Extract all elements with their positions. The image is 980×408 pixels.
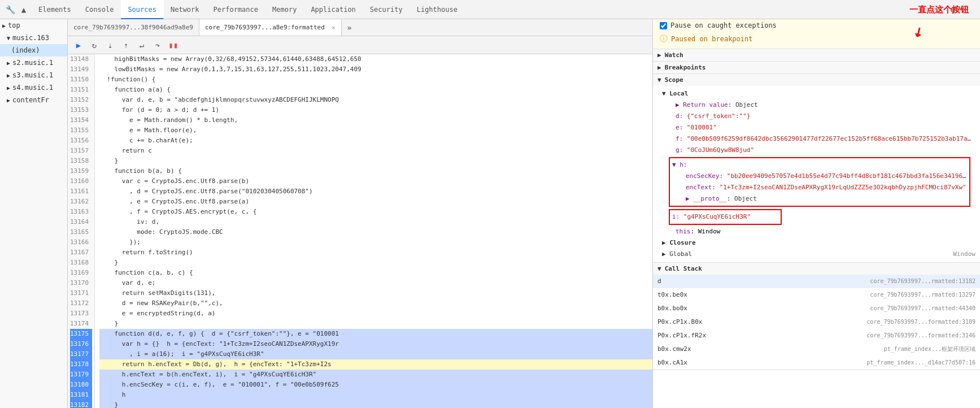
global-header[interactable]: ▶ Global Window [662,249,975,260]
sidebar-item-s4[interactable]: ▶ s4.music.1 [0,81,67,94]
line-number[interactable]: 13176 [70,339,92,349]
resume-button[interactable]: ▶ [72,39,85,51]
tab-memory[interactable]: Memory [265,0,304,19]
line-number[interactable]: 13162 [70,197,92,207]
line-number[interactable]: 13161 [70,186,92,197]
code-line: e = Math.floor(e), [99,125,652,136]
closure-header[interactable]: ▶ Closure [662,237,975,249]
line-number[interactable]: 13157 [70,146,92,156]
inspect-icon[interactable]: 🔧 [5,4,16,15]
source-tab-raw[interactable]: core_79b7693997...38f9046ad9a8e9 [68,19,199,36]
sidebar-label-index: (index) [11,46,40,54]
sidebar-item-index[interactable]: (index) [0,44,67,57]
arrow-icon: ▼ [7,35,10,41]
more-options-icon[interactable]: ⋮ [962,4,973,15]
settings-icon[interactable]: ⚙ [947,4,959,15]
line-number[interactable]: 13154 [70,115,92,125]
tab-elements[interactable]: Elements [32,0,79,19]
pause-on-exceptions-checkbox[interactable] [660,22,667,29]
line-number[interactable]: 13180 [70,380,92,390]
line-number[interactable]: 13182 [70,400,92,408]
tab-sources[interactable]: Sources [121,0,164,19]
scope-h-proto[interactable]: ▶ __proto__: Object [679,193,967,205]
line-number[interactable]: 13159 [70,166,92,176]
line-number[interactable]: 13173 [70,309,92,319]
callstack-item[interactable]: P0x.cP1x.fR2xcore_79b7693997...formatted… [653,329,980,342]
code-line: , e = CryptoJS.enc.Utf8.parse(a) [99,197,652,207]
line-number[interactable]: 13175 [70,329,92,339]
sidebar-item-s3[interactable]: ▶ s3.music.1 [0,69,67,81]
step-button[interactable]: ↵ [136,39,148,51]
watch-label: Watch [665,51,683,59]
tab-performance[interactable]: Performance [207,0,265,19]
sidebar-label-s2: s2.music.1 [12,59,53,67]
local-header[interactable]: ▼ Local [662,88,975,99]
arrow-icon: ▶ [7,97,10,103]
step-out-button[interactable]: ⇡ [120,39,132,51]
line-number[interactable]: 13156 [70,136,92,146]
callstack-item[interactable]: b0x.cA1xpt_frame_index..._d14ac77d507:16 [653,356,980,370]
source-tab-formatted[interactable]: core_79b7693997...a8e9:formatted ✕ [199,19,342,36]
callstack-item[interactable]: dcore_79b7693997...rmatted:13182 [653,275,980,288]
line-number[interactable]: 13155 [70,125,92,136]
sidebar-item-content[interactable]: ▶ contentFr [0,94,67,106]
scope-h-header[interactable]: ▼ h: [672,159,967,171]
tab-network[interactable]: Network [164,0,207,19]
code-line: } [99,400,652,408]
scope-header[interactable]: ▼ Scope [653,74,980,86]
line-number[interactable]: 13168 [70,258,92,268]
line-number[interactable]: 13181 [70,390,92,400]
code-line: var h = {} h = {encText: "1+Tc3zm+I2seoC… [99,339,652,349]
line-number[interactable]: 13171 [70,288,92,298]
scope-i: i: "g4PXsCuqYE6icH3R" [672,211,778,223]
step-over-button[interactable]: ↻ [88,39,101,51]
more-tabs-icon[interactable]: » [344,22,355,33]
breakpoints-header[interactable]: ▶ Breakpoints [653,62,980,73]
line-number[interactable]: 13164 [70,217,92,227]
code-line: for (d = 0; a > d; d += 1) [99,105,652,115]
close-tab-icon[interactable]: ✕ [332,24,335,31]
arrow-icon: ▶ [7,60,10,66]
line-number[interactable]: 13158 [70,156,92,166]
pause-on-exception-button[interactable]: ▮▮ [167,39,180,51]
line-number[interactable]: 13172 [70,298,92,309]
callstack-name: b0x.cmw2x [657,344,691,354]
callstack-item[interactable]: P0x.cP1x.B0xcore_79b7693997...formatted:… [653,315,980,329]
code-line: return h.encText = Db(d, g), h = {encTex… [99,359,652,370]
tab-application[interactable]: Application [304,0,363,19]
sidebar-item-s2[interactable]: ▶ s2.music.1 [0,57,67,69]
callstack-header[interactable]: ▼ Call Stack [653,263,980,275]
tab-console[interactable]: Console [79,0,121,19]
line-number[interactable]: 13179 [70,370,92,380]
line-number[interactable]: 13148 [70,54,92,64]
tab-lighthouse[interactable]: Lighthouse [410,0,465,19]
sidebar-item-music163[interactable]: ▼ music.163 [0,32,67,44]
line-number[interactable]: 13170 [70,278,92,288]
watch-header[interactable]: ▶ Watch [653,49,980,61]
line-number[interactable]: 13167 [70,248,92,258]
callstack-item[interactable]: t0x.be0xcore_79b7693997...rmatted:13297 [653,288,980,302]
line-number[interactable]: 13149 [70,64,92,75]
line-number[interactable]: 13160 [70,176,92,186]
line-number[interactable]: 13163 [70,207,92,217]
line-number[interactable]: 13178 [70,359,92,370]
deactivate-button[interactable]: ↷ [151,39,164,51]
line-number[interactable]: 13166 [70,237,92,248]
device-icon[interactable]: ▲ [18,4,29,15]
callstack-item[interactable]: b0x.bo0xcore_79b7693997...rmatted:44340 [653,302,980,315]
line-number[interactable]: 13174 [70,319,92,329]
callstack-item[interactable]: b0x.cmw2xpt_frame_index...框架环境区域 [653,342,980,356]
line-number[interactable]: 13177 [70,349,92,359]
pause-banner: Pause on caught exceptions ⓘ Paused on b… [653,19,980,49]
line-number[interactable]: 13150 [70,75,92,85]
main-layout: ▶ top ▼ music.163 (index) ▶ s2.music.1 ▶… [0,19,980,408]
line-number[interactable]: 13151 [70,85,92,95]
tab-security[interactable]: Security [363,0,410,19]
step-into-button[interactable]: ⇣ [104,39,116,51]
line-number[interactable]: 13152 [70,95,92,105]
line-number[interactable]: 13165 [70,227,92,237]
scope-arrow: ▼ [657,76,661,84]
line-number[interactable]: 13169 [70,268,92,278]
sidebar-item-top[interactable]: ▶ top [0,19,67,32]
line-number[interactable]: 13153 [70,105,92,115]
